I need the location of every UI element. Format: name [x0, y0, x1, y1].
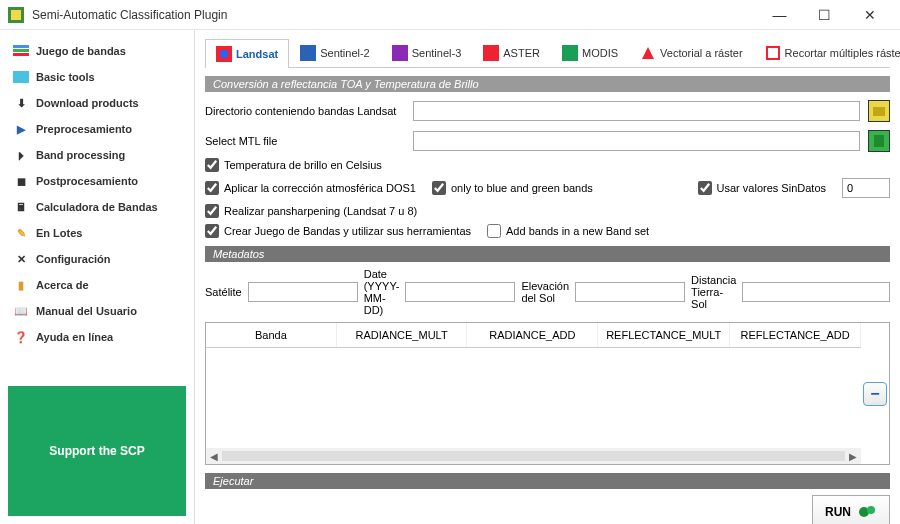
- directory-browse-button[interactable]: [868, 100, 890, 122]
- process-icon: ⏵: [12, 148, 30, 162]
- sidebar-item-label: Calculadora de Bandas: [36, 201, 158, 213]
- chk-celsius-label: Temperatura de brillo en Celsius: [224, 159, 382, 171]
- chk-celsius[interactable]: Temperatura de brillo en Celsius: [205, 158, 382, 172]
- chk-dos1[interactable]: Aplicar la corrección atmosférica DOS1: [205, 181, 416, 195]
- maximize-button[interactable]: ☐: [802, 0, 847, 30]
- mtl-browse-button[interactable]: [868, 130, 890, 152]
- sidebar-item-postprocesamiento[interactable]: ◼Postprocesamiento: [8, 168, 186, 194]
- sidebar-item-basic-tools[interactable]: Basic tools: [8, 64, 186, 90]
- dist-input[interactable]: [742, 282, 890, 302]
- tools-icon: [12, 70, 30, 84]
- batch-icon: ✎: [12, 226, 30, 240]
- postprocess-icon: ◼: [12, 174, 30, 188]
- sat-label: Satélite: [205, 286, 242, 298]
- col-reflmult[interactable]: REFLECTANCE_MULT: [598, 323, 730, 347]
- sidebar-item-label: Juego de bandas: [36, 45, 126, 57]
- table-body: [206, 348, 861, 448]
- minimize-button[interactable]: —: [757, 0, 802, 30]
- sidebar-item-calculadora[interactable]: 🖩Calculadora de Bandas: [8, 194, 186, 220]
- chk-addbands[interactable]: Add bands in a new Band set: [487, 224, 649, 238]
- sidebar-item-juego-de-bandas[interactable]: Juego de bandas: [8, 38, 186, 64]
- sidebar-item-label: Configuración: [36, 253, 111, 265]
- directory-input[interactable]: [413, 101, 860, 121]
- directory-label: Directorio conteniendo bandas Landsat: [205, 105, 405, 117]
- metadata-table: Banda RADIANCE_MULT RADIANCE_ADD REFLECT…: [205, 322, 890, 465]
- col-banda[interactable]: Banda: [206, 323, 337, 347]
- svg-rect-5: [13, 71, 29, 83]
- run-button[interactable]: RUN: [812, 495, 890, 524]
- section-metadata: Metadatos: [205, 246, 890, 262]
- sidebar-item-label: Download products: [36, 97, 139, 109]
- tab-label: Vectorial a ráster: [660, 47, 743, 59]
- chk-nodata[interactable]: Usar valores SinDatos: [698, 181, 826, 195]
- close-button[interactable]: ✕: [847, 0, 892, 30]
- sidebar-item-lotes[interactable]: ✎En Lotes: [8, 220, 186, 246]
- sidebar-item-download[interactable]: ⬇Download products: [8, 90, 186, 116]
- tab-label: MODIS: [582, 47, 618, 59]
- remove-row-button[interactable]: −: [863, 382, 887, 406]
- sidebar-item-config[interactable]: ✕Configuración: [8, 246, 186, 272]
- sidebar: Juego de bandas Basic tools ⬇Download pr…: [0, 30, 195, 524]
- chk-pansharp[interactable]: Realizar pansharpening (Landsat 7 u 8): [205, 204, 417, 218]
- svg-rect-11: [562, 45, 578, 61]
- tab-label: Sentinel-2: [320, 47, 370, 59]
- tab-sentinel2[interactable]: Sentinel-2: [289, 38, 381, 67]
- support-panel[interactable]: Support the SCP: [8, 386, 186, 516]
- download-icon: ⬇: [12, 96, 30, 110]
- settings-icon: ✕: [12, 252, 30, 266]
- gear-icon: [857, 502, 877, 522]
- date-label: Date (YYYY-MM-DD): [364, 268, 400, 316]
- sat-input[interactable]: [248, 282, 358, 302]
- tabs: Landsat Sentinel-2 Sentinel-3 ASTER MODI…: [205, 38, 890, 68]
- chk-pansharp-label: Realizar pansharpening (Landsat 7 u 8): [224, 205, 417, 217]
- table-hscroll[interactable]: ◀▶: [206, 448, 861, 464]
- sidebar-item-label: Preprocesamiento: [36, 123, 132, 135]
- row-mtl: Select MTL file: [205, 130, 890, 152]
- col-refladd[interactable]: REFLECTANCE_ADD: [730, 323, 861, 347]
- manual-icon: 📖: [12, 304, 30, 318]
- section-conversion: Conversión a reflectancia TOA y Temperat…: [205, 76, 890, 92]
- tab-landsat[interactable]: Landsat: [205, 39, 289, 68]
- tab-aster[interactable]: ASTER: [472, 38, 551, 67]
- sidebar-item-about[interactable]: ▮Acerca de: [8, 272, 186, 298]
- tab-sentinel3[interactable]: Sentinel-3: [381, 38, 473, 67]
- sidebar-item-band-processing[interactable]: ⏵Band processing: [8, 142, 186, 168]
- row-directory: Directorio conteniendo bandas Landsat: [205, 100, 890, 122]
- clip-icon: [765, 45, 781, 61]
- svg-rect-4: [13, 53, 29, 56]
- sun-input[interactable]: [575, 282, 685, 302]
- svg-rect-8: [300, 45, 316, 61]
- tab-vectorial[interactable]: Vectorial a ráster: [629, 38, 754, 67]
- folder-icon: [872, 104, 886, 118]
- nodata-spin[interactable]: [842, 178, 890, 198]
- chk-nodata-label: Usar valores SinDatos: [717, 182, 826, 194]
- sidebar-item-manual[interactable]: 📖Manual del Usuario: [8, 298, 186, 324]
- svg-rect-3: [13, 49, 29, 52]
- file-icon: [872, 134, 886, 148]
- sidebar-item-label: En Lotes: [36, 227, 82, 239]
- tab-recortar[interactable]: Recortar múltiples rásters: [754, 38, 900, 67]
- date-input[interactable]: [405, 282, 515, 302]
- tab-label: Sentinel-3: [412, 47, 462, 59]
- mtl-input[interactable]: [413, 131, 860, 151]
- svg-point-17: [867, 506, 875, 514]
- col-radmult[interactable]: RADIANCE_MULT: [337, 323, 468, 347]
- svg-rect-1: [11, 10, 21, 20]
- title-bar: Semi-Automatic Classification Plugin — ☐…: [0, 0, 900, 30]
- sidebar-item-help[interactable]: ❓Ayuda en línea: [8, 324, 186, 350]
- chk-dos1-label: Aplicar la corrección atmosférica DOS1: [224, 182, 416, 194]
- col-radadd[interactable]: RADIANCE_ADD: [467, 323, 598, 347]
- sentinel3-icon: [392, 45, 408, 61]
- sun-label: Elevación del Sol: [521, 280, 569, 304]
- help-icon: ❓: [12, 330, 30, 344]
- section-run: Ejecutar: [205, 473, 890, 489]
- svg-marker-12: [642, 47, 654, 59]
- chk-bandset[interactable]: Crear Juego de Bandas y utilizar sus her…: [205, 224, 471, 238]
- tab-modis[interactable]: MODIS: [551, 38, 629, 67]
- svg-rect-10: [483, 45, 499, 61]
- chk-onlybg[interactable]: only to blue and green bands: [432, 181, 593, 195]
- chk-addbands-label: Add bands in a new Band set: [506, 225, 649, 237]
- sidebar-item-preprocesamiento[interactable]: ▶Preprocesamiento: [8, 116, 186, 142]
- mtl-label: Select MTL file: [205, 135, 405, 147]
- chk-bandset-label: Crear Juego de Bandas y utilizar sus her…: [224, 225, 471, 237]
